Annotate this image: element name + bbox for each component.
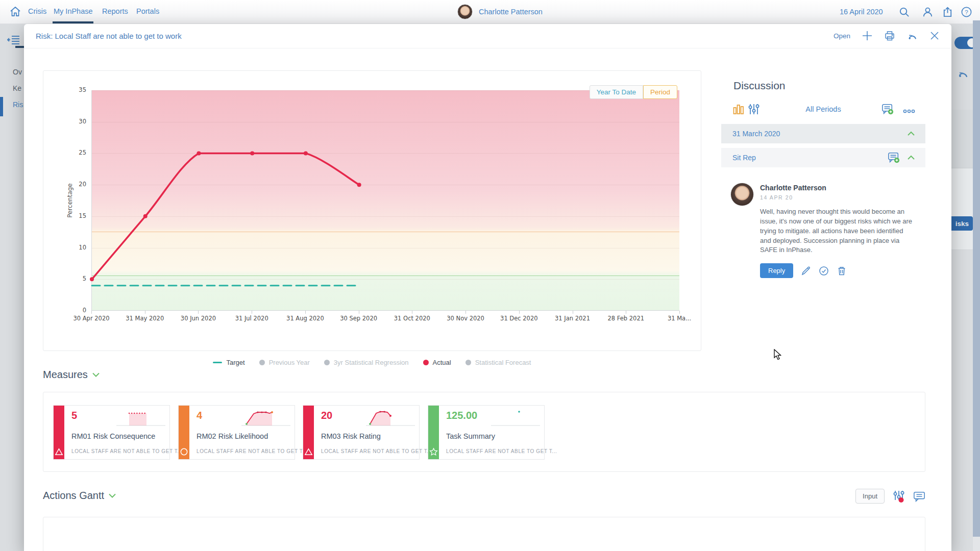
sitrep-section-row[interactable]: Sit Rep [721,148,925,167]
legend-item-previous-year[interactable]: Previous Year [259,359,310,366]
period-button[interactable]: Period [643,85,677,99]
discussion-panel: Discussion [721,70,925,351]
actions-gantt-title: Actions Gantt [43,490,104,502]
triangle-risk-icon [304,447,313,456]
comment-bubble-icon[interactable] [913,490,925,503]
measure-accent-stripe [179,406,189,459]
measures-section-heading[interactable]: Measures [43,369,100,381]
risk-trend-chart: Year To Date Period Percentage TargetPre… [43,70,701,351]
print-icon[interactable] [884,30,895,41]
circle-risk-icon [180,447,188,456]
x-tick-mark [519,311,520,314]
all-periods-filter[interactable]: All Periods [721,105,925,113]
close-icon[interactable] [929,30,940,41]
period-header-row[interactable]: 31 March 2020 [721,124,925,143]
measure-accent-stripe [54,406,64,459]
help-icon[interactable]: ? [961,6,972,18]
measure-accent-stripe [303,406,314,459]
chart-legend: TargetPrevious Year3yr Statistical Regre… [43,359,701,366]
add-icon[interactable] [862,30,873,41]
chevron-down-icon [109,493,116,498]
measure-value: 5 [71,410,77,421]
x-axis-label: 30 Nov 2020 [442,315,489,322]
nav-link-portals[interactable]: Portals [136,7,159,15]
nav-link-my-inphase[interactable]: My InPhase [54,7,93,15]
comment-text: Well, having never thought this would be… [760,207,912,255]
scrollbar-thumb[interactable] [973,20,980,537]
measure-title: RM03 Risk Rating [321,432,381,440]
x-axis-label: 30 Jun 2020 [175,315,222,322]
delete-trash-icon[interactable] [837,266,847,276]
x-axis-label: 31 Jan 2021 [549,315,596,322]
share-export-icon[interactable] [942,6,953,18]
x-tick-mark [252,311,252,314]
history-check-icon[interactable] [819,266,829,276]
legend-item-target[interactable]: Target [213,359,244,366]
add-comment-icon[interactable] [888,152,900,164]
measure-accent-stripe [428,406,439,459]
search-icon[interactable] [898,6,910,18]
rss-icon[interactable] [906,30,918,41]
y-axis-label: 0 [62,307,86,314]
user-icon[interactable] [922,6,934,18]
comment-date: 14 APR 20 [760,194,793,201]
legend-item-3yr-statistical-regression[interactable]: 3yr Statistical Regression [324,359,409,366]
x-axis-label: 30 Apr 2020 [68,315,115,322]
actions-gantt-heading[interactable]: Actions Gantt [43,490,116,502]
user-menu[interactable]: Charlotte Patterson [457,4,543,19]
y-axis-label: 25 [62,149,86,156]
app-root: Ov Ke Ris isks Crisis My InPhase Reports… [0,0,980,551]
period-header-label: 31 March 2020 [732,130,780,138]
input-button[interactable]: Input [855,489,885,504]
chevron-up-icon [907,131,915,136]
measure-subtitle: LOCAL STAFF ARE NOT ABLE TO GET T... [446,448,557,454]
chart-series [92,90,680,311]
legend-marker [259,360,265,365]
comment-author-avatar [730,183,754,206]
chart-plot-area[interactable] [91,90,679,311]
year-to-date-button[interactable]: Year To Date [590,85,643,99]
y-gridline [92,248,679,248]
y-axis-label: 5 [62,275,86,282]
reply-button[interactable]: Reply [760,263,793,278]
sparkline [240,409,291,428]
x-tick-mark [679,311,680,314]
nav-link-crisis[interactable]: Crisis [28,7,46,15]
open-button[interactable]: Open [834,32,850,40]
measure-title: RM02 Risk Likelihood [197,432,268,440]
actions-gantt-container [43,517,925,551]
measures-container: 5 RM01 Risk Consequence LOCAL STAFF ARE … [43,392,925,472]
legend-item-statistical-forecast[interactable]: Statistical Forecast [465,359,531,366]
x-axis-label: 31 Dec 2020 [496,315,543,322]
measure-card-task-summary[interactable]: 125.00 Task Summary LOCAL STAFF ARE NOT … [428,405,545,460]
measure-value: 125.00 [446,410,477,421]
comment-actions: Reply [760,263,847,278]
y-gridline [92,122,679,122]
measure-card-rm02[interactable]: 4 RM02 Risk Likelihood LOCAL STAFF ARE N… [178,405,295,460]
filter-sliders-badge-icon[interactable] [893,490,905,503]
home-icon[interactable] [9,6,21,18]
discussion-title: Discussion [733,80,786,92]
nav-link-reports[interactable]: Reports [102,7,128,15]
x-tick-mark [359,311,359,314]
measure-value: 20 [321,410,332,421]
gantt-controls: Input [855,489,925,504]
measure-value: 4 [197,410,202,421]
legend-item-actual[interactable]: Actual [423,359,451,366]
measure-card-rm03[interactable]: 20 RM03 Risk Rating LOCAL STAFF ARE NOT … [303,405,420,460]
y-axis-label: 30 [62,118,86,125]
svg-text:?: ? [965,9,968,15]
edit-pencil-icon[interactable] [801,266,811,276]
measure-subtitle: LOCAL STAFF ARE NOT ABLE TO GET T... [321,448,432,454]
measure-title: RM01 Risk Consequence [71,432,155,440]
x-tick-mark [573,311,573,314]
measure-card-rm01[interactable]: 5 RM01 Risk Consequence LOCAL STAFF ARE … [53,405,170,460]
chevron-down-icon [92,372,100,377]
triangle-risk-icon [55,447,63,456]
y-axis-label: 20 [62,181,86,188]
page-scrollbar[interactable] [973,20,980,551]
x-axis-label: 31 Aug 2020 [282,315,329,322]
measures-title: Measures [43,369,88,381]
y-axis-label: 35 [62,86,86,93]
modal-title: Risk: Local Staff are not able to get to… [36,32,182,40]
